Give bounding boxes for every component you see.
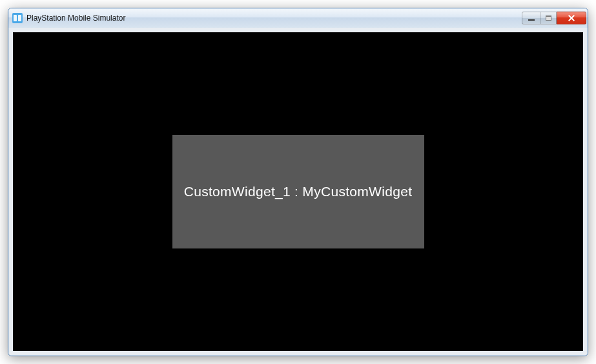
window-title: PlayStation Mobile Simulator — [26, 14, 522, 23]
maximize-button[interactable] — [540, 12, 557, 25]
custom-widget: CustomWidget_1 : MyCustomWidget — [172, 135, 424, 248]
window-body: CustomWidget_1 : MyCustomWidget — [8, 28, 588, 356]
application-window: PlayStation Mobile Simulator CustomWidge… — [8, 8, 588, 356]
maximize-icon — [546, 15, 551, 21]
widget-label: CustomWidget_1 : MyCustomWidget — [184, 184, 413, 199]
close-icon — [568, 15, 575, 21]
app-icon — [12, 13, 23, 23]
titlebar[interactable]: PlayStation Mobile Simulator — [8, 8, 588, 28]
svg-rect-1 — [14, 15, 17, 21]
minimize-icon — [528, 19, 535, 21]
close-button[interactable] — [557, 12, 586, 25]
minimize-button[interactable] — [522, 12, 540, 25]
simulator-viewport: CustomWidget_1 : MyCustomWidget — [13, 32, 583, 351]
window-controls — [522, 12, 586, 25]
svg-rect-2 — [18, 15, 21, 21]
